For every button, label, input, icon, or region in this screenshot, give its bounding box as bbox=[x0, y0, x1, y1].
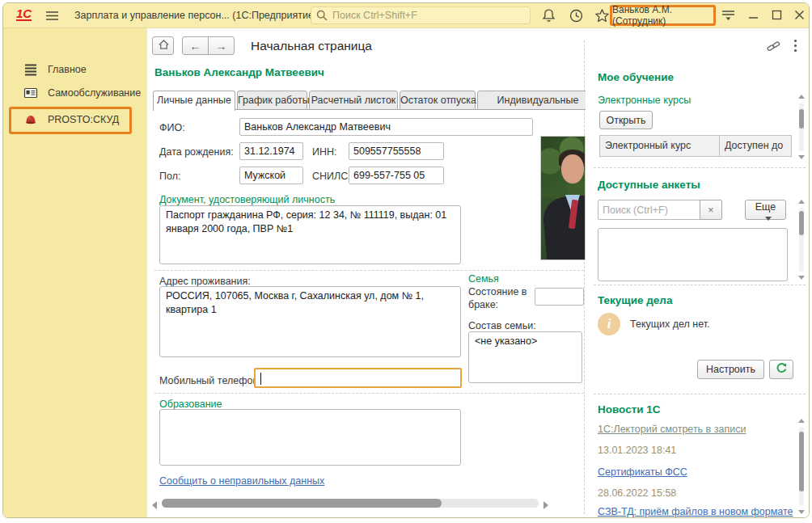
news-date: 28.06.2022 15:58 bbox=[598, 487, 676, 499]
news-link[interactable]: 1С:Лекторий смотреть в записи bbox=[598, 424, 746, 435]
home-button[interactable] bbox=[152, 36, 174, 55]
section-divider bbox=[594, 167, 806, 168]
surveys-scrollbar bbox=[797, 200, 806, 280]
clear-search-button[interactable]: × bbox=[700, 200, 722, 220]
family-members-field[interactable]: <не указано> bbox=[468, 331, 582, 383]
marital-status-field[interactable] bbox=[535, 288, 584, 306]
address-field[interactable]: РОССИЯ, 107065, Москва г, Сахалинская ул… bbox=[159, 286, 461, 357]
service-menu-button[interactable] bbox=[721, 10, 735, 21]
tab-payslip[interactable]: Расчетный листок bbox=[309, 91, 398, 110]
gender-field[interactable] bbox=[239, 167, 303, 184]
hscroll-left-arrow[interactable] bbox=[152, 501, 157, 509]
notifications-button[interactable] bbox=[541, 8, 556, 23]
maximize-button[interactable] bbox=[771, 9, 783, 21]
minimize-button[interactable] bbox=[747, 9, 759, 21]
configure-button[interactable]: Настроить bbox=[697, 360, 764, 379]
forward-button[interactable]: → bbox=[208, 36, 235, 55]
snils-field[interactable] bbox=[349, 167, 444, 184]
marital-status-label: Состояние в браке: bbox=[468, 286, 533, 311]
home-icon bbox=[158, 39, 170, 50]
column-available-until[interactable]: Доступен до bbox=[720, 136, 791, 156]
tab-personal-data[interactable]: Личные данные bbox=[153, 91, 235, 111]
mobile-phone-field[interactable] bbox=[254, 368, 462, 388]
app-window: 1С Зарплата и управление персон... (1С:П… bbox=[2, 2, 810, 518]
more-actions-button[interactable] bbox=[793, 39, 797, 53]
section-divider bbox=[154, 393, 584, 394]
open-course-button[interactable]: Открыть bbox=[599, 111, 653, 129]
scroll-down-arrow[interactable] bbox=[798, 510, 805, 514]
back-button[interactable]: ← bbox=[182, 36, 209, 55]
refresh-button[interactable] bbox=[769, 360, 793, 379]
photo-suit bbox=[542, 194, 586, 260]
birthdate-field[interactable] bbox=[239, 142, 303, 160]
sidebar-item-self-service[interactable]: Самообслуживание bbox=[3, 82, 147, 103]
e-courses-header: Электронные курсы bbox=[598, 95, 691, 106]
scroll-up-arrow[interactable] bbox=[798, 419, 805, 423]
courses-scrollbar bbox=[797, 95, 806, 159]
scrollbar-thumb[interactable] bbox=[799, 109, 804, 129]
employee-photo bbox=[540, 136, 586, 260]
search-input[interactable] bbox=[311, 6, 531, 24]
close-icon bbox=[793, 9, 806, 21]
hscroll-right-arrow[interactable] bbox=[543, 501, 548, 509]
scroll-up-arrow[interactable] bbox=[798, 95, 805, 99]
photo-face bbox=[561, 154, 584, 183]
birthdate-label: Дата рождения: bbox=[159, 146, 234, 158]
surveys-list[interactable] bbox=[598, 228, 788, 281]
sidebar-item-main[interactable]: Главное bbox=[3, 59, 147, 80]
kebab-menu-icon bbox=[793, 39, 797, 53]
column-course[interactable]: Электронный курс bbox=[600, 136, 720, 156]
no-todos-text: Текущих дел нет. bbox=[630, 318, 710, 330]
history-button[interactable] bbox=[569, 8, 584, 23]
more-button-label: Еще bbox=[755, 201, 776, 213]
identity-document-header: Документ, удостоверяющий личность bbox=[159, 194, 335, 205]
star-icon bbox=[594, 8, 610, 23]
prosto-skud-highlight bbox=[9, 107, 132, 134]
my-training-header: Мое обучение bbox=[598, 71, 674, 83]
hscrollbar-thumb[interactable] bbox=[162, 499, 442, 508]
close-button[interactable] bbox=[793, 9, 806, 21]
sections-list-icon bbox=[23, 62, 38, 77]
section-divider bbox=[594, 394, 806, 394]
news-link[interactable]: СЗВ-ТД: приём файлов в новом формате bbox=[598, 506, 793, 517]
current-user-label: Ваньков А.М. (Сотрудник) bbox=[612, 4, 713, 27]
main-menu-button[interactable] bbox=[45, 11, 59, 21]
gender-label: Пол: bbox=[159, 171, 180, 182]
family-members-label: Состав семьи: bbox=[468, 320, 536, 331]
tab-vacation-balance[interactable]: Остаток отпуска bbox=[400, 91, 476, 110]
minimize-icon bbox=[747, 9, 759, 21]
history-clock-icon bbox=[569, 8, 584, 23]
scroll-up-arrow[interactable] bbox=[798, 200, 805, 204]
fio-label: ФИО: bbox=[159, 122, 185, 133]
global-search bbox=[311, 6, 531, 24]
education-header: Образование bbox=[159, 399, 222, 410]
bell-icon bbox=[541, 8, 556, 23]
tab-individual[interactable]: Индивидуальные bbox=[477, 91, 586, 110]
courses-table-header: Электронный курс Доступен до bbox=[599, 135, 792, 157]
scrollbar-thumb[interactable] bbox=[799, 211, 804, 235]
education-field[interactable] bbox=[159, 409, 461, 466]
scroll-down-arrow[interactable] bbox=[798, 276, 805, 280]
news-date: 13.01.2023 18:41 bbox=[598, 445, 676, 456]
news-scrollbar bbox=[797, 419, 806, 514]
scrollbar-thumb[interactable] bbox=[799, 432, 804, 491]
inn-field[interactable] bbox=[349, 142, 444, 160]
current-user-button[interactable]: Ваньков А.М. (Сотрудник) bbox=[610, 5, 716, 26]
mobile-phone-label: Мобильный телефон: bbox=[159, 375, 261, 386]
tab-work-schedule[interactable]: График работы bbox=[237, 91, 307, 110]
window-title: Зарплата и управление персон... (1С:Пред… bbox=[74, 10, 317, 21]
more-button[interactable]: Еще bbox=[745, 200, 786, 220]
surveys-search-input[interactable] bbox=[598, 200, 700, 220]
news-link[interactable]: Сертификаты ФСС bbox=[598, 466, 687, 478]
section-divider bbox=[594, 285, 806, 285]
section-divider bbox=[154, 270, 584, 271]
favorites-button[interactable] bbox=[594, 8, 610, 23]
scroll-down-arrow[interactable] bbox=[798, 155, 805, 159]
report-wrong-data-link[interactable]: Сообщить о неправильных данных bbox=[159, 475, 324, 487]
identity-document-field[interactable]: Паспорт гражданина РФ, серия: 12 34, № 1… bbox=[159, 205, 461, 264]
get-link-button[interactable] bbox=[767, 40, 780, 53]
fio-field[interactable] bbox=[239, 118, 533, 136]
page-title: Начальная страница bbox=[251, 39, 372, 53]
employee-tabstrip: Личные данные График работы Расчетный ли… bbox=[153, 91, 586, 111]
sidebar-item-label: Главное bbox=[48, 64, 87, 75]
